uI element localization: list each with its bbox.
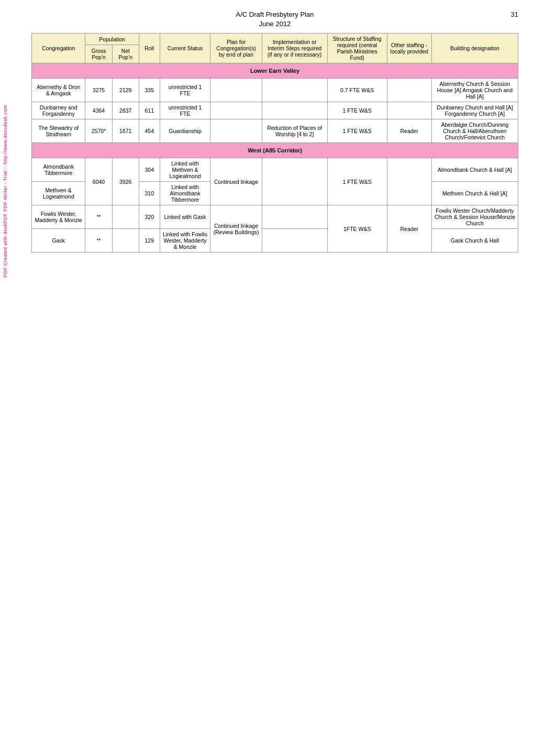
congregation-name: Gask (32, 229, 85, 253)
building: Dunbarney Church and Hall [A] Forgandenn… (431, 102, 518, 119)
gross-pop: ** (85, 205, 112, 229)
header-row: Congregation Population Roll Current Sta… (32, 34, 518, 45)
implementation (262, 205, 327, 229)
building: Almondbank Church & Hall [A] (431, 158, 518, 182)
roll: 335 (139, 79, 160, 102)
structure: 1 FTE W&S (327, 119, 387, 143)
other-staffing (387, 158, 431, 205)
col-building-header: Building designation (431, 34, 518, 63)
other-staffing (387, 102, 431, 119)
net-pop: 2129 (112, 79, 139, 102)
current-status: Linked with Almondbank Tibbermore (160, 182, 210, 205)
plan: Continued linkage (Review Buildings) (210, 205, 262, 253)
building: Methven Church & Hall [A] (431, 182, 518, 205)
congregation-name: Methven & Logiealmond (32, 182, 85, 205)
other-staffing (387, 79, 431, 102)
structure: 1 FTE W&S (327, 158, 387, 205)
building: Abernethy Church & Session House [A] Arn… (431, 79, 518, 102)
structure: 1FTE W&S (327, 205, 387, 253)
section-header-lower-earn: Lower Earn Valley (32, 63, 518, 79)
implementation (262, 102, 327, 119)
other-staffing: Reader (387, 119, 431, 143)
section-west-a85: West (A85 Corridor) (32, 143, 518, 158)
section-header-west-a85: West (A85 Corridor) (32, 143, 518, 158)
congregation-name: Almondbank Tibbermore (32, 158, 85, 182)
roll: 454 (139, 119, 160, 143)
implementation (262, 79, 327, 102)
section-lower-earn-valley: Lower Earn Valley (32, 63, 518, 79)
current-status: unrestricted 1 FTE (160, 79, 210, 102)
implementation (262, 229, 327, 253)
current-status: Linked with Fowlis Wester, Madderty & Mo… (160, 229, 210, 253)
net-pop: 1671 (112, 119, 139, 143)
page-date: June 2012 (31, 20, 518, 28)
current-status: unrestricted 1 FTE (160, 102, 210, 119)
net-pop: 2837 (112, 102, 139, 119)
gross-pop: ** (85, 229, 112, 253)
structure: 1 FTE W&S (327, 102, 387, 119)
gross-pop: 3275 (85, 79, 112, 102)
current-status: Linked with Methven & Logiealmond (160, 158, 210, 182)
page-number: 31 (511, 10, 518, 18)
implementation: Reduction of Places of Worship [4 to 2] (262, 119, 327, 143)
congregation-name: The Stewartry of Strathearn (32, 119, 85, 143)
col-plan-header: Plan for Congregation(s) by end of plan (210, 34, 262, 63)
table-row: The Stewartry of Strathearn 2570* 1671 4… (32, 119, 518, 143)
col-implementation-header: Implementation or Interim Steps required… (262, 34, 327, 63)
col-gross-header: Gross Pop'n (85, 45, 112, 63)
watermark: PDF Created with deskPDF PDF Writer - Tr… (3, 105, 8, 277)
other-staffing: Reader (387, 205, 431, 253)
current-status: Guardianship (160, 119, 210, 143)
col-roll-header: Roll (139, 34, 160, 63)
table-row: Gask ** 129 Linked with Fowlis Wester, M… (32, 229, 518, 253)
net-pop (112, 229, 139, 253)
congregation-name: Fowlis Wester, Madderty & Monzie (32, 205, 85, 229)
col-population-header: Population (85, 34, 139, 45)
building: Aberdalgie Church/Dunning Church & Hall/… (431, 119, 518, 143)
gross-pop: 4364 (85, 102, 112, 119)
plan (210, 119, 262, 143)
implementation (262, 158, 327, 205)
page-title: A/C Draft Presbytery Plan (31, 10, 518, 18)
col-other-staffing-header: Other staffing - locally provided (387, 34, 431, 63)
gross-pop: 2570* (85, 119, 112, 143)
table-row: Abernethy & Dron & Arngask 3275 2129 335… (32, 79, 518, 102)
plan (210, 79, 262, 102)
net-pop (112, 205, 139, 229)
gross-pop: 6040 (85, 158, 112, 205)
col-congregation-header: Congregation (32, 34, 85, 63)
table-row: Dunbarney and Forgandenny 4364 2837 611 … (32, 102, 518, 119)
building: Fowlis Wester Church/Madderty Church & S… (431, 205, 518, 229)
col-current-status-header: Current Status (160, 34, 210, 63)
roll: 611 (139, 102, 160, 119)
roll: 320 (139, 205, 160, 229)
structure: 0.7 FTE W&S (327, 79, 387, 102)
congregation-name: Abernethy & Dron & Arngask (32, 79, 85, 102)
roll: 310 (139, 182, 160, 205)
col-net-header: Net Pop'n (112, 45, 139, 63)
current-status: Linked with Gask (160, 205, 210, 229)
plan (210, 102, 262, 119)
roll: 129 (139, 229, 160, 253)
col-structure-header: Structure of Staffing required (central … (327, 34, 387, 63)
building: Gask Church & Hall (431, 229, 518, 253)
page-header: A/C Draft Presbytery Plan June 2012 (31, 10, 518, 28)
table-row: Fowlis Wester, Madderty & Monzie ** 320 … (32, 205, 518, 229)
congregation-name: Dunbarney and Forgandenny (32, 102, 85, 119)
table-row: Almondbank Tibbermore 6040 3926 304 Link… (32, 158, 518, 182)
main-table: Congregation Population Roll Current Sta… (31, 33, 518, 253)
plan: Continued linkage (210, 158, 262, 205)
page-container: A/C Draft Presbytery Plan June 2012 31 P… (0, 0, 534, 263)
net-pop: 3926 (112, 158, 139, 205)
roll: 304 (139, 158, 160, 182)
